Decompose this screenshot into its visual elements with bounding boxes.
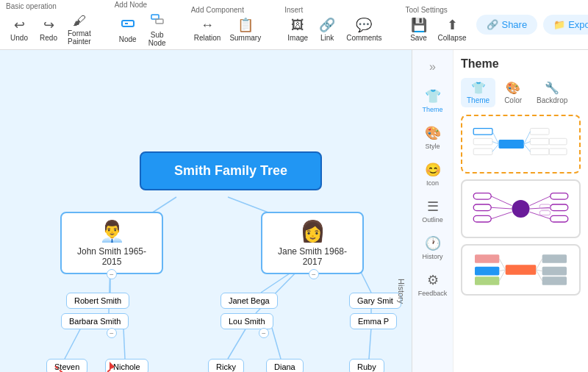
jane-smith-node[interactable]: 👩 Jane Smith 1968-2017 xyxy=(261,212,364,274)
image-icon: 🖼 xyxy=(291,18,304,33)
svg-point-34 xyxy=(512,200,530,218)
add-node-btns: Node Sub Node xyxy=(115,10,171,49)
svg-rect-1 xyxy=(125,23,128,24)
relation-button[interactable]: ↔ Relation xyxy=(191,16,224,43)
steven-node[interactable]: Steven xyxy=(46,359,87,372)
theme-tabs: 👕 Theme 🎨 Color 🔧 Backdrop xyxy=(461,78,581,107)
theme-cards-list xyxy=(461,115,581,296)
jane-name: Jane Smith 1968-2017 xyxy=(273,246,352,267)
root-node[interactable]: Smith Family Tree xyxy=(140,151,322,190)
feedback-side-icon: ⚙ xyxy=(427,272,439,288)
svg-rect-56 xyxy=(542,254,567,263)
svg-line-13 xyxy=(272,328,281,359)
history-side-icon: 🕐 xyxy=(425,235,441,251)
lou-expand[interactable]: − xyxy=(259,328,269,338)
basic-operation-btns: ↩ Undo ↪ Redo 🖌 Format Painter xyxy=(6,12,94,47)
undo-button[interactable]: ↩ Undo xyxy=(6,15,32,43)
link-button[interactable]: 🔗 Link xyxy=(314,15,340,43)
diana-node[interactable]: Diana xyxy=(266,359,304,372)
export-icon: 📁 xyxy=(553,19,565,30)
lou-smith-node[interactable]: Lou Smith xyxy=(220,313,273,329)
nichole-node[interactable]: Nichole xyxy=(105,359,148,372)
add-node-group: Add Node Node Sub Node xyxy=(115,1,171,49)
svg-line-16 xyxy=(369,328,371,359)
outline-side-icon: ☰ xyxy=(427,198,439,215)
svg-rect-52 xyxy=(475,276,499,285)
svg-rect-50 xyxy=(475,254,499,263)
janet-bega-node[interactable]: Janet Bega xyxy=(220,293,278,309)
svg-rect-20 xyxy=(473,138,492,145)
comments-button[interactable]: 💬 Comments xyxy=(343,15,384,43)
theme-panel-title: Theme xyxy=(461,57,581,71)
side-icon-button[interactable]: 😊 Icon xyxy=(415,157,451,191)
comments-icon: 💬 xyxy=(356,17,372,33)
format-painter-button[interactable]: 🖌 Format Painter xyxy=(65,12,94,47)
node-icon xyxy=(121,16,135,35)
svg-line-53 xyxy=(499,259,505,270)
svg-rect-36 xyxy=(473,204,491,211)
redo-button[interactable]: ↪ Redo xyxy=(35,15,62,43)
node-button[interactable]: Node xyxy=(115,15,141,45)
main-area: Smith Family Tree 👨‍💼 John Smith 1965-20… xyxy=(0,50,588,372)
export-button[interactable]: 📁 Export xyxy=(543,15,588,35)
tab-theme[interactable]: 👕 Theme xyxy=(461,78,495,107)
ruby-node[interactable]: Ruby xyxy=(349,359,384,372)
sub-node-button[interactable]: Sub Node xyxy=(144,10,171,49)
side-feedback-button[interactable]: ⚙ Feedback xyxy=(415,268,451,301)
theme-card-2[interactable] xyxy=(461,179,581,238)
backdrop-tab-icon: 🔧 xyxy=(545,81,559,95)
svg-rect-31 xyxy=(549,138,567,145)
history-label: History xyxy=(397,279,406,304)
collapse-panel-button[interactable]: » xyxy=(415,56,451,78)
emma-node[interactable]: Emma P xyxy=(350,313,397,329)
collapse-button[interactable]: ⬆ Collapse xyxy=(435,15,470,43)
insert-label: Insert xyxy=(284,6,303,14)
theme-preview-1 xyxy=(468,122,573,166)
canvas[interactable]: Smith Family Tree 👨‍💼 John Smith 1965-20… xyxy=(0,50,412,372)
add-component-group: Add Component ↔ Relation 📋 Summary xyxy=(191,6,265,43)
side-style-button[interactable]: 🎨 Style xyxy=(415,121,451,154)
collapse-icon: ⬆ xyxy=(447,17,458,33)
svg-rect-37 xyxy=(473,215,491,222)
svg-line-38 xyxy=(491,196,512,206)
jane-expand[interactable]: − xyxy=(309,269,319,279)
insert-group: Insert 🖼 Image 🔗 Link 💬 Comments xyxy=(284,6,384,43)
svg-rect-19 xyxy=(473,129,492,135)
theme-panel: Theme 👕 Theme 🎨 Color 🔧 Backdrop xyxy=(453,50,588,372)
svg-rect-49 xyxy=(506,265,537,274)
svg-line-59 xyxy=(536,259,542,270)
undo-icon: ↩ xyxy=(14,17,25,33)
ricky-node[interactable]: Ricky xyxy=(208,359,244,372)
barbara-smith-node[interactable]: Barbara Smith xyxy=(61,313,129,329)
save-button[interactable]: 💾 Save xyxy=(406,15,432,43)
gary-smith-node[interactable]: Gary Smit xyxy=(349,293,401,309)
theme-card-1[interactable] xyxy=(461,115,581,174)
theme-preview-3 xyxy=(468,251,573,288)
theme-side-icon: 👕 xyxy=(425,88,441,104)
summary-button[interactable]: 📋 Summary xyxy=(226,15,264,43)
robert-smith-node[interactable]: Robert Smith xyxy=(66,293,129,309)
style-side-icon: 🎨 xyxy=(425,125,441,141)
toolbar: Basic operation ↩ Undo ↪ Redo 🖌 Format P… xyxy=(0,0,588,50)
tab-color[interactable]: 🎨 Color xyxy=(498,78,528,107)
side-outline-button[interactable]: ☰ Outline xyxy=(415,194,451,228)
svg-rect-26 xyxy=(530,138,549,145)
basic-operation-group: Basic operation ↩ Undo ↪ Redo 🖌 Format P… xyxy=(6,2,94,47)
jane-avatar: 👩 xyxy=(273,219,352,243)
theme-card-3[interactable] xyxy=(461,244,581,296)
format-painter-icon: 🖌 xyxy=(73,13,86,29)
svg-rect-2 xyxy=(151,15,159,19)
add-component-label: Add Component xyxy=(191,6,244,14)
barbara-expand[interactable]: − xyxy=(107,328,117,338)
sub-node-icon xyxy=(150,12,165,30)
tab-backdrop[interactable]: 🔧 Backdrop xyxy=(531,78,573,107)
john-smith-node[interactable]: 👨‍💼 John Smith 1965-2015 xyxy=(60,212,163,274)
side-history-button[interactable]: 🕐 History xyxy=(415,231,451,265)
john-expand[interactable]: − xyxy=(107,269,117,279)
side-theme-button[interactable]: 👕 Theme xyxy=(415,84,451,118)
right-panel: » 👕 Theme 🎨 Style 😊 Icon ☰ Outline 🕐 His… xyxy=(412,50,588,372)
svg-rect-48 xyxy=(539,211,551,215)
svg-rect-58 xyxy=(542,276,567,285)
image-button[interactable]: 🖼 Image xyxy=(284,16,311,43)
share-button[interactable]: 🔗 Share xyxy=(476,15,537,35)
